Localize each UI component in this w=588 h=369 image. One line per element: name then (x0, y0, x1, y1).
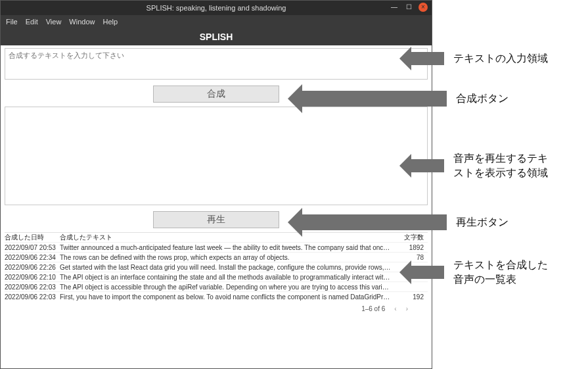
title-bar[interactable]: SPLISH: speaking, listening and shadowin… (1, 1, 432, 15)
pagination-text: 1–6 of 6 (361, 305, 385, 312)
arrow-icon (302, 91, 447, 107)
cell-text: First, you have to import the component … (60, 293, 395, 301)
cell-date: 2022/09/06 22:10 (5, 274, 60, 281)
table-row[interactable]: 2022/09/06 22:34 The rows can be defined… (5, 252, 428, 262)
menu-window[interactable]: Window (69, 18, 95, 26)
menu-edit[interactable]: Edit (26, 18, 38, 26)
table-row[interactable]: 2022/09/06 22:03 The API object is acces… (5, 282, 428, 291)
synthesize-button[interactable]: 合成 (153, 86, 279, 103)
annotation-label: 音声を再生するテキ (453, 151, 548, 166)
app-header: SPLISH (1, 28, 432, 45)
col-chars[interactable]: 文字数 (395, 233, 428, 242)
annotation-input-area: テキストの入力領域 (411, 51, 548, 66)
arrow-icon (411, 266, 444, 279)
annotation-label: 合成ボタン (456, 91, 509, 106)
cell-date: 2022/09/06 22:26 (5, 264, 60, 271)
chevron-right-icon[interactable]: › (406, 305, 408, 312)
annotation-play-button: 再生ボタン (302, 214, 509, 230)
col-text[interactable]: 合成したテキスト (60, 233, 395, 242)
annotation-label: 再生ボタン (456, 215, 509, 230)
history-table: 合成した日時 合成したテキスト 文字数 2022/09/07 20:53 Twi… (5, 232, 428, 312)
maximize-icon[interactable]: ☐ (404, 3, 413, 12)
table-row[interactable]: 2022/09/06 22:10 The API object is an in… (5, 272, 428, 282)
col-date[interactable]: 合成した日時 (5, 233, 60, 242)
annotation-display-area: 音声を再生するテキ ストを表示する領域 (411, 151, 548, 180)
annotation-label: テキストの入力領域 (453, 51, 548, 66)
cell-text: The rows can be defined with the rows pr… (60, 254, 395, 261)
close-icon[interactable]: × (418, 3, 428, 12)
table-footer: 1–6 of 6 ‹ › (5, 301, 428, 312)
cell-date: 2022/09/06 22:34 (5, 254, 60, 261)
app-title: SPLISH (200, 32, 233, 42)
minimize-icon[interactable]: — (390, 3, 399, 12)
cell-text: The API object is an interface containin… (60, 274, 395, 281)
app-window: SPLISH: speaking, listening and shadowin… (0, 0, 432, 369)
table-row[interactable]: 2022/09/06 22:03 First, you have to impo… (5, 291, 428, 301)
chevron-left-icon[interactable]: ‹ (394, 305, 396, 312)
table-header-row: 合成した日時 合成したテキスト 文字数 (5, 233, 428, 242)
cell-date: 2022/09/07 20:53 (5, 244, 60, 251)
menu-bar: File Edit View Window Help (1, 15, 432, 28)
arrow-icon (411, 159, 444, 172)
table-row[interactable]: 2022/09/07 20:53 Twitter announced a muc… (5, 242, 428, 252)
cell-chars: 1892 (395, 244, 428, 251)
menu-view[interactable]: View (46, 18, 62, 26)
play-button[interactable]: 再生 (153, 211, 279, 228)
cell-date: 2022/09/06 22:03 (5, 293, 60, 301)
cell-text: Get started with the last React data gri… (60, 264, 395, 271)
annotation-history-table: テキストを合成した 音声の一覧表 (411, 258, 548, 286)
synthesis-text-input[interactable] (5, 48, 428, 80)
annotation-synthesize-button: 合成ボタン (302, 91, 509, 107)
cell-text: Twitter announced a much-anticipated fea… (60, 244, 395, 251)
annotation-label: テキストを合成した (453, 258, 548, 272)
arrow-icon (302, 214, 447, 230)
arrow-icon (411, 52, 444, 65)
cell-date: 2022/09/06 22:03 (5, 283, 60, 291)
cell-text: The API object is accessible through the… (60, 283, 395, 291)
playback-text-display[interactable] (5, 107, 428, 205)
annotation-label: 音声の一覧表 (453, 272, 548, 287)
menu-help[interactable]: Help (102, 18, 118, 26)
table-row[interactable]: 2022/09/06 22:26 Get started with the la… (5, 262, 428, 272)
annotation-label: ストを表示する領域 (453, 166, 548, 180)
menu-file[interactable]: File (6, 18, 18, 26)
cell-chars: 192 (395, 293, 428, 301)
window-title: SPLISH: speaking, listening and shadowin… (147, 1, 286, 15)
